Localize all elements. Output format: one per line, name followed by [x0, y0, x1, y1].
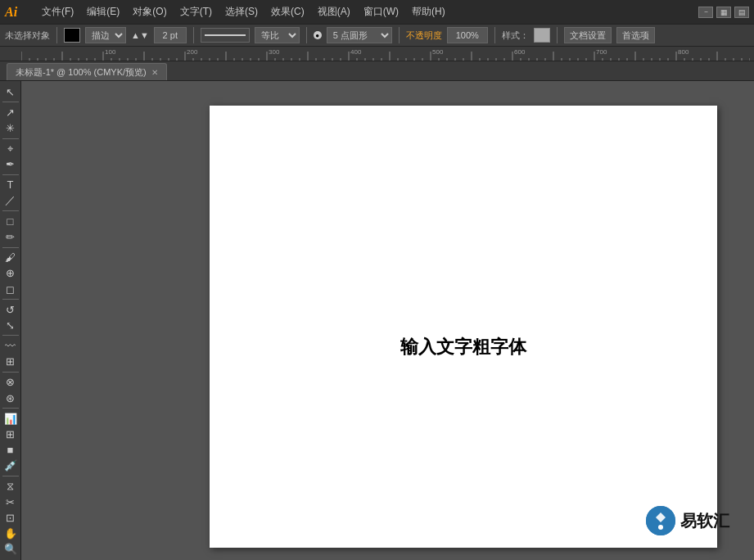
object-label: 未选择对象 — [5, 29, 50, 42]
paintbrush-tool[interactable]: 🖌 — [2, 250, 20, 264]
menu-s[interactable]: 选择(S) — [219, 2, 264, 21]
menu-a[interactable]: 视图(A) — [312, 2, 356, 21]
left-toolbar: ↖↗✳⌖✒T／□✏🖌⊕◻↺⤡〰⊞⊗⊛📊⊞■💉⧖✂⊡✋🔍 — [0, 81, 21, 560]
line-inner — [205, 34, 246, 36]
opacity-input[interactable] — [447, 27, 488, 43]
menu-bar: 文件(F)编辑(E)对象(O)文字(T)选择(S)效果(C)视图(A)窗口(W)… — [36, 2, 690, 21]
stroke-width-input[interactable] — [154, 27, 187, 43]
type-tool[interactable]: T — [2, 178, 20, 192]
symbol-sprayer-tool[interactable]: ⊛ — [2, 391, 20, 405]
svg-text:300: 300 — [269, 48, 280, 56]
preferences-btn[interactable]: 首选项 — [616, 27, 655, 43]
divider-5 — [494, 27, 495, 43]
canvas-text: 输入文字粗字体 — [400, 335, 526, 359]
tool-divider-14 — [2, 335, 19, 336]
direct-selection-tool[interactable]: ↗ — [2, 105, 20, 120]
divider-6 — [557, 27, 558, 43]
svg-text:800: 800 — [678, 48, 689, 56]
line-preview — [201, 28, 250, 43]
style-label: 样式： — [502, 29, 529, 42]
tool-divider-22 — [2, 476, 19, 476]
menu-t[interactable]: 文字(T) — [174, 2, 218, 21]
svg-rect-0 — [21, 47, 750, 61]
divider-3 — [306, 27, 307, 43]
tab-document[interactable]: 未标题-1* @ 100% (CMYK/预览) ✕ — [7, 63, 167, 80]
warp-tool[interactable]: 〰 — [2, 338, 20, 353]
artboard: 输入文字粗字体 — [210, 106, 717, 548]
selection-tool[interactable]: ↖ — [2, 84, 20, 99]
line-mode-select[interactable]: 等比 — [255, 27, 300, 43]
divider-1 — [56, 27, 57, 43]
rectangle-tool[interactable]: □ — [2, 214, 20, 228]
stroke-mode-select[interactable]: 描边 — [85, 27, 126, 43]
tool-divider-7 — [2, 210, 19, 211]
svg-text:100: 100 — [105, 48, 116, 56]
hand-tool[interactable]: ✋ — [2, 526, 20, 541]
stroke-arrows: ▲▼ — [131, 30, 149, 40]
free-transform-tool[interactable]: ⊞ — [2, 355, 20, 369]
window-minimize[interactable]: － — [698, 7, 713, 18]
toolbar: 未选择对象 描边 ▲▼ 等比 ● 5 点圆形 不透明度 样式： 文档设置 首选项 — [0, 24, 754, 47]
scissors-tool[interactable]: ✂ — [2, 495, 20, 509]
svg-text:700: 700 — [596, 48, 607, 56]
doc-settings-btn[interactable]: 文档设置 — [564, 27, 612, 43]
divider-4 — [399, 27, 400, 43]
column-graph-tool[interactable]: 📊 — [2, 411, 20, 426]
tool-divider-1 — [2, 102, 19, 102]
line-tool[interactable]: ／ — [2, 193, 20, 208]
svg-text:200: 200 — [187, 48, 198, 56]
tool-divider-18 — [2, 408, 19, 409]
gradient-tool[interactable]: ■ — [2, 442, 20, 457]
window-expand[interactable]: ▤ — [734, 7, 749, 18]
svg-text:500: 500 — [432, 48, 444, 56]
shape-builder-tool[interactable]: ⊗ — [2, 375, 20, 390]
tab-label: 未标题-1* @ 100% (CMYK/预览) — [16, 66, 147, 79]
svg-text:600: 600 — [514, 48, 526, 56]
ai-logo: Ai — [5, 5, 28, 20]
eraser-tool[interactable]: ◻ — [2, 282, 20, 296]
lasso-tool[interactable]: ⌖ — [2, 141, 20, 156]
menu-w[interactable]: 窗口(W) — [358, 2, 404, 21]
tool-divider-3 — [2, 138, 19, 139]
menu-e[interactable]: 编辑(E) — [81, 2, 125, 21]
point-dot: ● — [314, 31, 322, 39]
pen-tool[interactable]: ✒ — [2, 157, 20, 172]
ruler-top: 100200300400500600700800 — [0, 47, 754, 61]
main-area: ↖↗✳⌖✒T／□✏🖌⊕◻↺⤡〰⊞⊗⊛📊⊞■💉⧖✂⊡✋🔍 输入文字粗字体 易软汇 — [0, 81, 754, 560]
pencil-tool[interactable]: ✏ — [2, 229, 20, 244]
window-grid[interactable]: ▦ — [716, 7, 731, 18]
rotate-tool[interactable]: ↺ — [2, 302, 20, 317]
canvas-area[interactable]: 输入文字粗字体 易软汇 — [21, 81, 754, 560]
eyedropper-tool[interactable]: 💉 — [2, 458, 20, 473]
artboard-tool[interactable]: ⊡ — [2, 510, 20, 525]
menu-c[interactable]: 效果(C) — [265, 2, 310, 21]
title-bar: Ai 文件(F)编辑(E)对象(O)文字(T)选择(S)效果(C)视图(A)窗口… — [0, 0, 754, 24]
stroke-color-swatch[interactable] — [64, 28, 80, 43]
magic-wand-tool[interactable]: ✳ — [2, 120, 20, 135]
svg-text:400: 400 — [350, 48, 362, 56]
tool-divider-12 — [2, 299, 19, 300]
divider-2 — [193, 27, 194, 43]
opacity-label: 不透明度 — [406, 29, 442, 42]
tool-divider-9 — [2, 247, 19, 248]
menu-f[interactable]: 文件(F) — [36, 2, 79, 21]
blob-brush-tool[interactable]: ⊕ — [2, 266, 20, 281]
tab-bar: 未标题-1* @ 100% (CMYK/预览) ✕ — [0, 61, 754, 81]
style-swatch[interactable] — [534, 28, 550, 43]
blend-tool[interactable]: ⧖ — [2, 479, 20, 494]
tool-divider-16 — [2, 372, 19, 373]
zoom-tool[interactable]: 🔍 — [2, 542, 20, 557]
point-shape-select[interactable]: 5 点圆形 — [327, 27, 392, 43]
menu-o[interactable]: 对象(O) — [127, 2, 172, 21]
mesh-tool[interactable]: ⊞ — [2, 427, 20, 441]
tab-close-btn[interactable]: ✕ — [151, 68, 158, 77]
window-controls[interactable]: － ▦ ▤ — [698, 7, 749, 18]
tool-divider-5 — [2, 174, 19, 175]
scale-tool[interactable]: ⤡ — [2, 318, 20, 332]
menu-h[interactable]: 帮助(H) — [406, 2, 451, 21]
